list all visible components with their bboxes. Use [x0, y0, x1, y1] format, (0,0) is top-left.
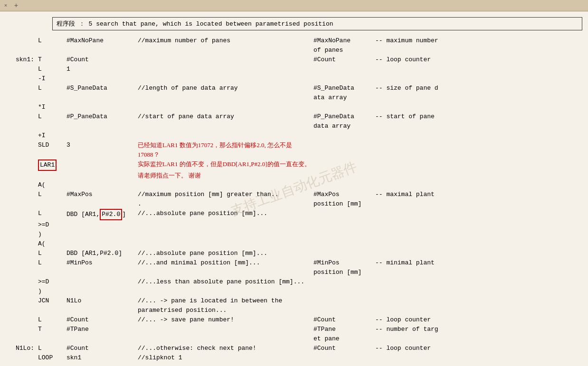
line-label [0, 315, 38, 325]
line-comment [138, 287, 313, 296]
line-instr: >=D [38, 277, 66, 287]
code-line: *I [0, 103, 588, 112]
line-arg2: #P_PaneData [313, 112, 375, 122]
line-arg2 [313, 180, 375, 190]
line-comment2 [375, 93, 588, 103]
line-comment [138, 180, 313, 190]
code-line: L #P_PaneData //start of pane data array… [0, 112, 588, 122]
line-arg: 3 [66, 141, 138, 150]
line-instr: SLD [38, 141, 66, 150]
code-line: L #MaxPos //maximum position [mm] greate… [0, 190, 588, 199]
code-line: et pane [0, 334, 588, 344]
line-comment2 [375, 220, 588, 230]
line-comment2 [375, 353, 588, 363]
line-label [0, 199, 38, 209]
line-arg2: #Count [313, 315, 375, 325]
line-instr: +I [38, 131, 66, 141]
line-arg [66, 287, 138, 296]
code-line: ) [0, 230, 588, 239]
tab-close-button[interactable]: × [2, 2, 9, 9]
line-arg2 [313, 277, 375, 287]
line-arg: #TPane [66, 325, 138, 334]
line-arg2 [313, 220, 375, 230]
line-instr: LAR1 [38, 160, 66, 171]
line-arg: #MaxPos [66, 190, 138, 199]
line-label [0, 249, 38, 258]
code-line: ata array [0, 93, 588, 103]
line-comment2 [375, 287, 588, 296]
line-comment2: -- start of pane [375, 112, 588, 122]
code-line: >=D //...less than absolute pane positio… [0, 277, 588, 287]
line-comment [138, 325, 313, 334]
line-comment2 [375, 268, 588, 277]
line-arg2: #TPane [313, 325, 375, 334]
code-line: data array [0, 122, 588, 131]
code-line: T #TPane #TPane -- number of targ [0, 325, 588, 334]
line-comment2 [375, 334, 588, 344]
line-arg: #MaxNoPane [66, 36, 138, 46]
line-comment: //slipknot 1 [138, 353, 313, 363]
line-arg [66, 334, 138, 344]
line-arg2: #MaxNoPane [313, 36, 375, 46]
line-arg: N1Lo [66, 296, 138, 315]
line-label [0, 93, 38, 103]
line-arg2: #MinPos [313, 258, 375, 268]
line-instr: T [38, 325, 66, 334]
line-arg [66, 277, 138, 287]
line-arg2: #Count [313, 55, 375, 65]
line-label [0, 131, 38, 141]
line-arg2: position [mm] [313, 268, 375, 277]
line-arg2 [313, 239, 375, 249]
line-arg [66, 46, 138, 55]
line-instr: >=D [38, 220, 66, 230]
line-arg2: position [mm] [313, 199, 375, 209]
line-arg [66, 180, 138, 190]
line-label [0, 220, 38, 230]
line-instr: A( [38, 239, 66, 249]
line-label [0, 36, 38, 46]
line-arg: #S_PaneData [66, 84, 138, 93]
line-instr: L [38, 209, 66, 220]
tab-bar: × + [0, 0, 588, 11]
line-comment [138, 93, 313, 103]
line-instr: L [38, 190, 66, 199]
line-comment2 [375, 46, 588, 55]
line-comment [138, 103, 313, 112]
line-instr: L [38, 344, 66, 353]
line-label [0, 46, 38, 55]
line-instr: L [38, 112, 66, 122]
line-comment2 [375, 103, 588, 112]
line-comment [138, 220, 313, 230]
line-comment: //...absolute pane position [mm]... [138, 249, 313, 258]
line-arg [66, 103, 138, 112]
line-comment [138, 334, 313, 344]
line-comment: //...absolute pane position [mm]... [138, 209, 313, 220]
line-label [0, 180, 38, 190]
line-arg2 [313, 209, 375, 220]
tab-add-button[interactable]: + [11, 1, 21, 10]
line-comment2 [375, 199, 588, 209]
line-instr: L [38, 65, 66, 74]
line-arg: DBD [AR1,P#2.0] [66, 209, 138, 220]
line-comment2 [375, 74, 588, 84]
line-comment-red: 已经知道LAR1 数值为17072，那么指针偏移2.0, 怎么不是17088？ [138, 141, 313, 160]
line-comment [138, 268, 313, 277]
line-comment-red2: 实际监控LAR1 的值不变，但是DBD[AR1,P#2.0]的值一直在变。 [138, 160, 313, 169]
code-line: L DBD [AR1,P#2.0] //...absolute pane pos… [0, 249, 588, 258]
line-comment2 [375, 239, 588, 249]
line-comment2: -- size of pane d [375, 84, 588, 93]
line-arg2: ata array [313, 93, 375, 103]
line-instr: L [38, 36, 66, 46]
line-comment2: -- minimal plant [375, 258, 588, 268]
line-comment2 [375, 171, 588, 180]
line-arg2 [313, 296, 375, 315]
code-line: L #MaxNoPane //maximum number of panes #… [0, 36, 588, 46]
line-comment [138, 74, 313, 84]
code-line: of panes [0, 46, 588, 55]
line-arg [66, 239, 138, 249]
line-arg2 [313, 171, 375, 180]
line-label [0, 230, 38, 239]
line-label [0, 84, 38, 93]
line-comment: //...otherwise: check next pane! [138, 344, 313, 353]
line-comment2 [375, 122, 588, 131]
